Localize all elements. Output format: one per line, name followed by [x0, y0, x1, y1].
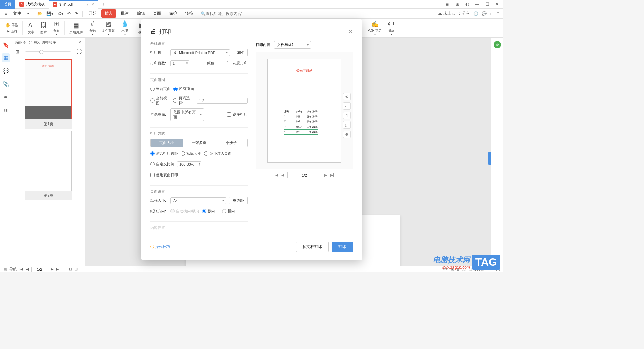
tab-document[interactable]: P 姓名.pdf ⬨ ✕ [49, 0, 98, 9]
tab-home[interactable]: 首页 [0, 0, 15, 9]
sync-badge-icon[interactable]: ⟳ [494, 41, 501, 48]
preview-page-input[interactable] [287, 172, 321, 178]
thumbnail-icon[interactable]: ▦ [2, 53, 10, 62]
print-icon[interactable]: 🖨▾ [56, 10, 65, 17]
chevron-down-icon[interactable]: ▾ [26, 11, 30, 17]
radio-current-page[interactable]: 当前页面 [150, 86, 171, 91]
menu-tab-protect[interactable]: 保护 [166, 9, 180, 18]
radio-auto-orient[interactable]: 自动横向/纵向 [170, 209, 199, 214]
layout-icon[interactable]: ▣ [444, 2, 451, 7]
open-icon[interactable]: 📂 [36, 10, 44, 17]
nav-icon[interactable]: ▤ [3, 267, 7, 271]
save-icon[interactable]: 💾▾ [45, 10, 55, 17]
thumb-page-2[interactable] [25, 131, 72, 191]
pin-icon[interactable]: ⬨ [86, 3, 89, 7]
undo-icon[interactable]: ↶ [66, 10, 72, 17]
menu-tab-convert[interactable]: 转换 [182, 9, 197, 18]
thumb-close[interactable]: ✕ [78, 40, 82, 45]
comment-icon[interactable]: 💬 [1, 66, 11, 76]
zoom-out-icon[interactable]: ⊟ [69, 267, 72, 271]
tab-close[interactable]: ✕ [91, 2, 94, 7]
multi-doc-button[interactable]: 多文档打印 [296, 242, 329, 252]
radio-portrait[interactable]: 纵向 [202, 209, 219, 214]
cloud-icon[interactable]: ☁ 未上云 [438, 11, 455, 16]
radio-shrink[interactable]: 缩小过大页面 [204, 151, 232, 156]
method-tab-booklet[interactable]: 小册子 [215, 139, 247, 147]
drag-handle[interactable] [488, 152, 491, 165]
prev-page-icon[interactable]: ◀ [26, 267, 29, 271]
radio-actual-size[interactable]: 实际大小 [181, 151, 201, 156]
nav-last-icon[interactable]: ▶| [330, 173, 334, 177]
hand-tool[interactable]: ✋手型 [3, 22, 20, 28]
paper-select[interactable]: A4 [170, 197, 226, 204]
history-icon[interactable]: 🕓 [473, 11, 478, 16]
menu-tab-edit[interactable]: 编辑 [133, 9, 148, 18]
first-page-icon[interactable]: |◀ [19, 267, 23, 271]
radio-custom-scale[interactable]: 自定义比例 [150, 162, 174, 167]
redo-icon[interactable]: ↷ [73, 10, 79, 17]
ribbon-sign[interactable]: ✍PDF 签名▾ [365, 19, 385, 37]
ribbon-image[interactable]: 🖼图片 [38, 21, 50, 35]
bookmark-icon[interactable]: 🔖 [1, 40, 11, 49]
odd-even-select[interactable]: 范围中所有页面 [170, 108, 204, 121]
spinner[interactable]: ▲▼ [186, 61, 188, 65]
ribbon-text[interactable]: A|文字 [25, 21, 37, 35]
menu-tab-insert[interactable]: 插入 [101, 9, 116, 18]
print-button[interactable]: 打印 [332, 242, 353, 252]
signature-icon[interactable]: ✒ [2, 93, 9, 102]
radio-page-select[interactable]: 页码选择: [173, 96, 194, 106]
menu-tab-page[interactable]: 页面 [150, 9, 164, 18]
search-box[interactable]: 🔍 [201, 11, 246, 16]
printer-props-button[interactable]: 属性 [233, 49, 248, 56]
preview-crop-icon[interactable]: ⬚ [343, 121, 351, 129]
ribbon-page-num[interactable]: #页码▾ [86, 19, 98, 37]
ribbon-page[interactable]: ⊞页面▾ [50, 19, 62, 37]
ribbon-stamp[interactable]: 🏷图章▾ [385, 19, 397, 37]
close-icon[interactable]: ✕ [494, 2, 500, 7]
spinner[interactable]: ▲▼ [198, 162, 200, 166]
zoom-in-icon[interactable]: ⊞ [75, 267, 78, 271]
menu-tab-annotate[interactable]: 批注 [117, 9, 132, 18]
ribbon-header-footer[interactable]: ▤页眉页脚 [67, 21, 86, 35]
minimize-icon[interactable]: — [474, 2, 481, 7]
printer-select[interactable]: 🖨 Microsoft Print to PDF [170, 49, 230, 56]
menu-icon[interactable]: ≡ [3, 10, 8, 17]
dialog-close[interactable]: ✕ [348, 28, 353, 35]
reverse-checkbox[interactable]: 逆序打印 [227, 112, 248, 117]
more-icon[interactable]: ⠇ [490, 11, 493, 16]
nav-prev-icon[interactable]: ◀ [281, 173, 284, 177]
maximize-icon[interactable]: ☐ [484, 2, 491, 7]
layers-icon[interactable]: ≋ [2, 106, 9, 115]
user-icon[interactable]: ◐ [464, 2, 470, 7]
preview-fit-icon[interactable]: ▭ [343, 102, 351, 110]
tips-link[interactable]: ⓘ 操作技巧 [150, 244, 170, 249]
preview-page-icon[interactable]: ▯ [343, 112, 351, 119]
share-button[interactable]: ⤴ 分享 [459, 11, 470, 16]
file-menu[interactable]: 文件 [10, 9, 24, 18]
ribbon-watermark[interactable]: 💧水印▾ [118, 19, 131, 37]
grid-icon[interactable]: ⊞ [454, 2, 461, 7]
nav-next-icon[interactable]: ▶ [324, 173, 327, 177]
thumb-expand-icon[interactable]: ⛶ [77, 49, 82, 54]
radio-landscape[interactable]: 横向 [222, 209, 239, 214]
duplex-checkbox[interactable]: 使用双面打印 [150, 172, 178, 178]
select-tool[interactable]: ➤选择 [3, 29, 20, 34]
scale-input[interactable]: 100.00% ▲▼ [177, 161, 201, 167]
method-tab-size[interactable]: 页面大小 [151, 139, 183, 147]
ribbon-background[interactable]: ▨文档背景▾ [99, 19, 118, 37]
print-content-select[interactable]: 文档与标注 [274, 41, 311, 49]
gray-checkbox[interactable]: 灰度打印 [227, 61, 248, 66]
nav-first-icon[interactable]: |◀ [274, 173, 278, 177]
method-tab-multi[interactable]: 一张多页 [183, 139, 215, 147]
radio-current-view[interactable]: 当前视图 [150, 96, 170, 106]
radio-all-pages[interactable]: 所有页面 [173, 86, 194, 91]
collapse-icon[interactable]: ⌃ [496, 11, 500, 16]
thumb-list[interactable]: 极光下载站 第1页 第2页 [12, 56, 85, 266]
tab-template[interactable]: D 找稻壳模板 [15, 0, 49, 9]
page-input[interactable] [31, 267, 48, 272]
search-input[interactable] [206, 11, 246, 16]
copies-input[interactable]: 1 ▲▼ [170, 60, 189, 66]
tab-add[interactable]: ＋ [98, 1, 109, 8]
chat-icon[interactable]: 💬 [482, 11, 487, 16]
margin-button[interactable]: 页边距 [229, 197, 248, 204]
